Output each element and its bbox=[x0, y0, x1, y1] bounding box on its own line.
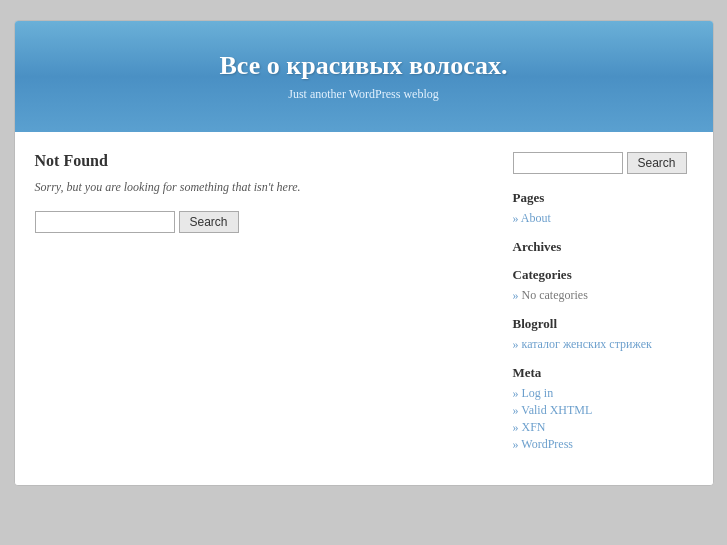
sidebar-section-categories: CategoriesNo categories bbox=[513, 267, 693, 304]
main-content: Not Found Sorry, but you are looking for… bbox=[35, 152, 493, 465]
sidebar-search-form: Search bbox=[513, 152, 693, 174]
content-wrapper: Not Found Sorry, but you are looking for… bbox=[15, 132, 713, 485]
sidebar-section-blogroll: Blogrollкаталог женских стрижек bbox=[513, 316, 693, 353]
list-item: About bbox=[513, 210, 693, 227]
site-title: Все о красивых волосах. bbox=[219, 51, 507, 81]
not-found-heading: Not Found bbox=[35, 152, 483, 170]
sidebar-link[interactable]: Log in bbox=[522, 386, 554, 400]
main-search-input[interactable] bbox=[35, 211, 175, 233]
not-found-message: Sorry, but you are looking for something… bbox=[35, 180, 483, 195]
sidebar-sections: PagesAboutArchivesCategoriesNo categorie… bbox=[513, 190, 693, 453]
page-wrapper: Все о красивых волосах. Just another Wor… bbox=[14, 20, 714, 486]
sidebar-section-heading-pages: Pages bbox=[513, 190, 693, 206]
sidebar-link[interactable]: каталог женских стрижек bbox=[522, 337, 652, 351]
main-search-form: Search bbox=[35, 211, 483, 233]
sidebar-section-heading-archives: Archives bbox=[513, 239, 693, 255]
list-item: No categories bbox=[513, 287, 693, 304]
list-item: Valid XHTML bbox=[513, 402, 693, 419]
sidebar-section-pages: PagesAbout bbox=[513, 190, 693, 227]
list-item: WordPress bbox=[513, 436, 693, 453]
sidebar-section-heading-meta: Meta bbox=[513, 365, 693, 381]
sidebar-section-heading-blogroll: Blogroll bbox=[513, 316, 693, 332]
sidebar-link[interactable]: About bbox=[521, 211, 551, 225]
sidebar-section-meta: MetaLog inValid XHTMLXFNWordPress bbox=[513, 365, 693, 453]
sidebar-search-button[interactable]: Search bbox=[627, 152, 687, 174]
sidebar: Search PagesAboutArchivesCategoriesNo ca… bbox=[513, 152, 693, 465]
sidebar-link[interactable]: XFN bbox=[522, 420, 546, 434]
site-header: Все о красивых волосах. Just another Wor… bbox=[15, 21, 713, 132]
site-subtitle: Just another WordPress weblog bbox=[288, 87, 438, 102]
list-item: XFN bbox=[513, 419, 693, 436]
sidebar-section-heading-categories: Categories bbox=[513, 267, 693, 283]
sidebar-no-link: No categories bbox=[522, 288, 588, 302]
main-search-button[interactable]: Search bbox=[179, 211, 239, 233]
sidebar-link[interactable]: Valid XHTML bbox=[521, 403, 592, 417]
sidebar-section-archives: Archives bbox=[513, 239, 693, 255]
sidebar-search-input[interactable] bbox=[513, 152, 623, 174]
list-item: Log in bbox=[513, 385, 693, 402]
sidebar-link[interactable]: WordPress bbox=[521, 437, 573, 451]
list-item: каталог женских стрижек bbox=[513, 336, 693, 353]
